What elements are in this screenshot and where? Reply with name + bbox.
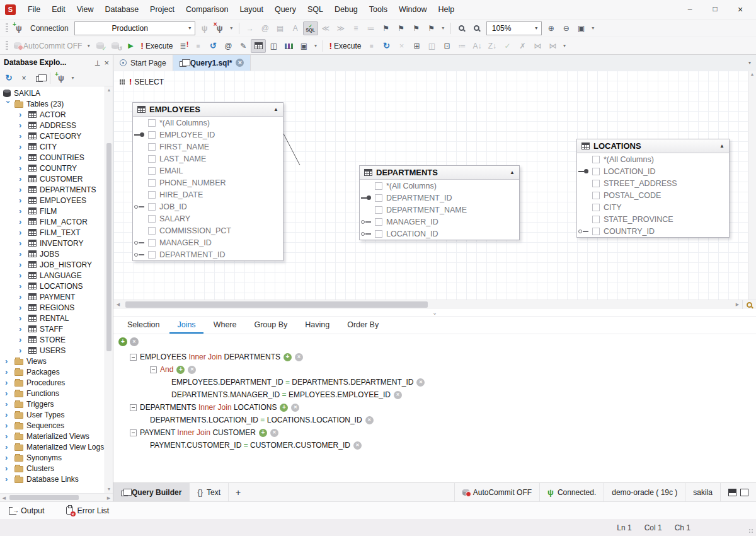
- chevron-right-icon[interactable]: [19, 207, 25, 215]
- column-checkbox[interactable]: [375, 194, 382, 202]
- minimize-icon[interactable]: [685, 4, 694, 15]
- scroll-right-icon[interactable]: [105, 494, 113, 501]
- output-panel-button[interactable]: Output: [9, 506, 45, 515]
- column-row[interactable]: STATE_PROVINCE: [577, 213, 729, 225]
- stop-button[interactable]: ■: [190, 39, 205, 53]
- table-card-locations[interactable]: LOCATIONS *(All Columns): [576, 139, 730, 238]
- dropdown-arrow-icon[interactable]: [560, 43, 568, 49]
- cancel-button[interactable]: ×: [394, 39, 409, 53]
- apply-changes-button[interactable]: ✓: [500, 39, 515, 53]
- tree-item-table[interactable]: USERS: [0, 345, 105, 356]
- format-selection-button[interactable]: ≔: [364, 21, 379, 35]
- delete-condition-icon[interactable]: [188, 366, 196, 374]
- scroll-right-icon[interactable]: [733, 300, 742, 309]
- collapse-panel-icon[interactable]: [432, 310, 437, 316]
- column-row[interactable]: COMMISSION_PCT: [133, 224, 283, 236]
- tab-query-builder[interactable]: Query Builder: [113, 483, 190, 501]
- tree-item-folder[interactable]: Procedures: [0, 377, 105, 388]
- chevron-right-icon[interactable]: [19, 185, 25, 194]
- explorer-horizontal-scrollbar[interactable]: [0, 493, 113, 501]
- add-condition-icon[interactable]: [280, 404, 288, 412]
- collapse-table-icon[interactable]: [273, 107, 278, 112]
- tree-item-table[interactable]: COUNTRY: [0, 163, 105, 173]
- tree-item-table[interactable]: FILM: [0, 206, 105, 216]
- join-row[interactable]: PAYMENT Inner Join CUSTOMER: [113, 426, 756, 439]
- expand-results-button[interactable]: ⊡: [439, 39, 454, 53]
- chevron-right-icon[interactable]: [19, 175, 25, 183]
- column-row[interactable]: DEPARTMENT_NAME: [360, 204, 519, 216]
- add-condition-icon[interactable]: [284, 353, 292, 361]
- edit-snippet-button[interactable]: ✎: [236, 39, 251, 53]
- chevron-right-icon[interactable]: [5, 357, 11, 365]
- refresh-button[interactable]: ↻: [379, 39, 394, 53]
- builder-tab[interactable]: Having: [297, 317, 337, 334]
- column-checkbox[interactable]: [592, 168, 600, 175]
- column-row[interactable]: DEPARTMENT_ID: [360, 192, 519, 204]
- autocommit-status[interactable]: AutoCommit OFF: [454, 483, 539, 501]
- menu-item[interactable]: Database: [100, 0, 145, 19]
- explorer-close-icon[interactable]: [104, 58, 109, 67]
- execute-warn2-button[interactable]: !Execute: [326, 39, 364, 53]
- bookmark-prev-button[interactable]: ⚑: [394, 21, 409, 35]
- delete-condition-icon[interactable]: [394, 391, 402, 399]
- collapse-node-icon[interactable]: [150, 366, 157, 373]
- column-checkbox[interactable]: [592, 228, 600, 235]
- comment-button[interactable]: ≪: [318, 21, 333, 35]
- tab-text[interactable]: {} Text: [190, 483, 229, 501]
- join-row[interactable]: DEPARTMENTS.LOCATION_ID = LOCATIONS.LOCA…: [113, 414, 756, 426]
- chevron-right-icon[interactable]: [19, 218, 25, 226]
- chevron-right-icon[interactable]: [5, 411, 11, 419]
- column-row[interactable]: EMAIL: [133, 165, 283, 177]
- column-row[interactable]: STREET_ADDRESS: [577, 177, 729, 189]
- server-status[interactable]: demo-oracle ( 19c ): [604, 483, 685, 501]
- column-row[interactable]: LOCATION_ID: [577, 165, 729, 177]
- delete-condition-icon[interactable]: [416, 378, 425, 387]
- format-sql-button[interactable]: ≡: [348, 21, 364, 35]
- bookmark-next-button[interactable]: ⚑: [409, 21, 424, 35]
- rollback-button[interactable]: [108, 39, 123, 53]
- menu-item[interactable]: Layout: [234, 0, 269, 19]
- scroll-down-icon[interactable]: [105, 486, 113, 493]
- tree-item-table[interactable]: INVENTORY: [0, 238, 105, 248]
- builder-tab[interactable]: Selection: [120, 317, 167, 334]
- rename-button[interactable]: A: [288, 21, 303, 35]
- pin-results-button[interactable]: ◫: [424, 39, 439, 53]
- mail-at-button[interactable]: @: [258, 21, 273, 35]
- delete-condition-icon[interactable]: [291, 404, 299, 412]
- column-row[interactable]: DEPARTMENT_ID: [133, 248, 283, 260]
- group-by-button[interactable]: ≔: [454, 39, 469, 53]
- dropdown-arrow-icon[interactable]: [84, 43, 93, 49]
- add-join-icon[interactable]: [118, 337, 127, 346]
- delete-condition-icon[interactable]: [365, 416, 374, 424]
- column-checkbox[interactable]: [148, 131, 156, 139]
- chevron-down-icon[interactable]: [532, 25, 541, 31]
- remove-join-icon[interactable]: [130, 337, 139, 346]
- window-layout-button[interactable]: ◫: [266, 39, 281, 53]
- menu-item[interactable]: Help: [432, 0, 460, 19]
- chevron-right-icon[interactable]: [19, 121, 25, 129]
- sort-asc-button[interactable]: A↓: [469, 39, 484, 53]
- run-button[interactable]: ▶: [123, 39, 138, 53]
- history-button[interactable]: ↺: [205, 39, 220, 53]
- menu-item[interactable]: Window: [393, 0, 432, 19]
- scroll-up-icon[interactable]: [748, 71, 756, 78]
- chevron-right-icon[interactable]: [19, 239, 25, 247]
- zoom-out-button[interactable]: ⊖: [559, 21, 574, 35]
- chevron-right-icon[interactable]: [5, 475, 11, 483]
- autocommit-button[interactable]: AutoCommit OFF: [11, 39, 84, 53]
- uncomment-button[interactable]: ≫: [333, 21, 348, 35]
- explorer-refresh-button[interactable]: ↻: [1, 71, 16, 85]
- zoom-in-button[interactable]: ⊕: [544, 21, 559, 35]
- disconnect-button[interactable]: ψ: [212, 21, 227, 35]
- tree-item-table[interactable]: JOB_HISTORY: [0, 259, 105, 270]
- error-list-button[interactable]: Error List: [66, 506, 110, 515]
- connection-new-button[interactable]: ψ: [11, 21, 26, 35]
- connection-new-button[interactable]: ψ: [54, 71, 69, 85]
- chevron-right-icon[interactable]: [19, 271, 25, 279]
- tree-item-database[interactable]: SAKILA: [0, 88, 105, 98]
- builder-tab[interactable]: Order By: [340, 317, 386, 334]
- dropdown-arrow-icon[interactable]: [589, 25, 597, 31]
- cancel-changes-button[interactable]: ✗: [515, 39, 530, 53]
- tree-item-table[interactable]: CATEGORY: [0, 131, 105, 141]
- chevron-right-icon[interactable]: [19, 110, 25, 119]
